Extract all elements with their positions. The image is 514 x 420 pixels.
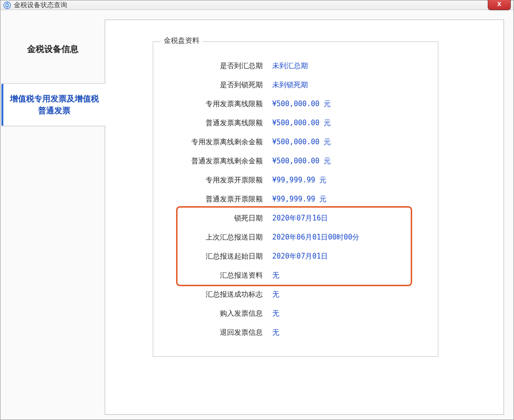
row-label: 专用发票离线限额	[163, 100, 272, 109]
row-summary-success-flag: 汇总报送成功标志 无	[163, 285, 428, 304]
row-value: ¥500,000.00 元	[272, 119, 428, 128]
row-general-offline-limit: 普通发票离线限额 ¥500,000.00 元	[163, 113, 428, 132]
row-returned-invoice-info: 退回发票信息 无	[163, 323, 428, 342]
row-label: 专用发票离线剩余金额	[163, 138, 272, 147]
row-value: 2020年07月16日	[272, 214, 428, 223]
row-lock-period: 是否到锁死期 未到锁死期	[163, 75, 428, 94]
row-label: 普通发票开票限额	[163, 195, 272, 204]
row-value: 无	[272, 309, 428, 318]
row-value: ¥99,999.99 元	[272, 195, 428, 204]
row-label: 上次汇总报送日期	[163, 233, 272, 242]
main-panel: 金税盘资料 是否到汇总期 未到汇总期 是否到锁死期 未到锁死期 专用发票离线限额…	[105, 20, 504, 415]
row-value: ¥99,999.99 元	[272, 176, 428, 185]
row-value: 无	[272, 271, 428, 280]
app-icon	[3, 1, 11, 9]
titlebar: 金税设备状态查询 X	[0, 0, 514, 10]
row-summary-period: 是否到汇总期 未到汇总期	[163, 56, 428, 75]
row-value: ¥500,000.00 元	[272, 138, 428, 147]
sidebar: 金税设备信息 增值税专用发票及增值税普通发票	[0, 20, 105, 415]
row-value: ¥500,000.00 元	[272, 100, 428, 109]
row-label: 汇总报送成功标志	[163, 290, 272, 299]
golden-tax-info-fieldset: 金税盘资料 是否到汇总期 未到汇总期 是否到锁死期 未到锁死期 专用发票离线限额…	[153, 41, 438, 357]
row-general-issue-limit: 普通发票开票限额 ¥99,999.99 元	[163, 190, 428, 209]
row-label: 汇总报送起始日期	[163, 252, 272, 261]
row-label: 是否到锁死期	[163, 80, 272, 90]
row-label: 普通发票离线剩余金额	[163, 157, 272, 166]
row-label: 普通发票离线限额	[163, 119, 272, 128]
row-value: 无	[272, 290, 428, 299]
row-value: 2020年06月01日00时00分	[272, 233, 428, 242]
row-general-offline-remaining: 普通发票离线剩余金额 ¥500,000.00 元	[163, 151, 428, 170]
fieldset-legend: 金税盘资料	[161, 36, 202, 45]
row-summary-start-date: 汇总报送起始日期 2020年07月01日	[163, 247, 428, 266]
row-value: 2020年07月01日	[272, 252, 428, 261]
body-area: 金税设备信息 增值税专用发票及增值税普通发票 金税盘资料 是否到汇总期 未到汇总…	[0, 10, 514, 420]
row-label: 专用发票开票限额	[163, 176, 272, 185]
app-window: 金税设备状态查询 X 金税设备信息 增值税专用发票及增值税普通发票 金税盘资料 …	[0, 0, 514, 420]
sidebar-item-vat-invoice[interactable]: 增值税专用发票及增值税普通发票	[1, 83, 105, 126]
close-button[interactable]: X	[488, 0, 511, 10]
row-label: 锁死日期	[163, 214, 272, 223]
row-last-summary-date: 上次汇总报送日期 2020年06月01日00时00分	[163, 228, 428, 247]
row-special-offline-limit: 专用发票离线限额 ¥500,000.00 元	[163, 94, 428, 113]
sidebar-heading: 金税设备信息	[0, 43, 105, 55]
row-special-issue-limit: 专用发票开票限额 ¥99,999.99 元	[163, 170, 428, 190]
window-title: 金税设备状态查询	[14, 1, 67, 10]
close-icon: X	[497, 0, 502, 8]
row-value: ¥500,000.00 元	[272, 157, 428, 166]
row-lock-date: 锁死日期 2020年07月16日	[163, 209, 428, 228]
row-purchased-invoice-info: 购入发票信息 无	[163, 304, 428, 323]
row-special-offline-remaining: 专用发票离线剩余金额 ¥500,000.00 元	[163, 132, 428, 151]
row-label: 汇总报送资料	[163, 271, 272, 280]
row-value: 未到汇总期	[272, 61, 428, 70]
row-summary-material: 汇总报送资料 无	[163, 266, 428, 285]
row-value: 无	[272, 328, 428, 337]
sidebar-item-label: 增值税专用发票及增值税普通发票	[3, 93, 105, 117]
row-label: 退回发票信息	[163, 328, 272, 337]
row-label: 购入发票信息	[163, 309, 272, 318]
row-label: 是否到汇总期	[163, 61, 272, 70]
row-value: 未到锁死期	[272, 80, 428, 90]
